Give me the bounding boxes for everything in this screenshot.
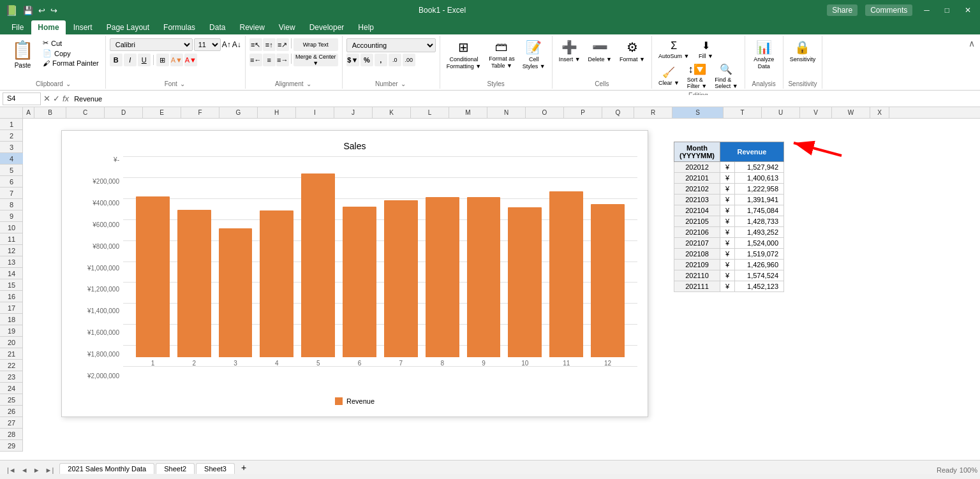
table-cell-month[interactable]: 202110 [674, 270, 720, 281]
sensitivity-button[interactable]: 🔒 Sensitivity [787, 38, 819, 64]
table-cell-value[interactable]: 1,527,942 [735, 162, 784, 173]
row-num-23[interactable]: 23 [0, 371, 23, 383]
col-header-l[interactable]: L [411, 107, 449, 118]
row-num-3[interactable]: 3 [0, 142, 23, 153]
insert-cells-button[interactable]: ➕ Insert ▼ [556, 38, 583, 64]
col-header-b[interactable]: B [34, 107, 66, 118]
quick-access-undo[interactable]: ↩ [38, 6, 45, 15]
bar-rect[interactable] [467, 197, 501, 357]
italic-button[interactable]: I [124, 54, 137, 66]
sort-filter-button[interactable]: ↕🔽 Sort &Filter ▼ [685, 62, 709, 91]
table-cell-month[interactable]: 202108 [674, 249, 720, 260]
row-num-6[interactable]: 6 [0, 176, 23, 188]
border-button[interactable]: ⊞ [156, 54, 169, 66]
table-cell-month[interactable]: 202103 [674, 195, 720, 205]
chart-container[interactable]: Sales ¥2,000,000 ¥1,800,000 ¥1,600,000 ¥… [61, 130, 648, 417]
bar-rect[interactable] [508, 207, 542, 357]
cancel-formula-icon[interactable]: ✕ [43, 94, 50, 103]
row-num-26[interactable]: 26 [0, 406, 23, 417]
bar-rect[interactable] [549, 191, 583, 357]
row-num-22[interactable]: 22 [0, 360, 23, 371]
col-header-v[interactable]: V [800, 107, 832, 118]
table-cell-month[interactable]: 202107 [674, 238, 720, 249]
font-name-select[interactable]: Calibri [110, 38, 193, 51]
align-center-button[interactable]: ≡ [263, 54, 276, 66]
table-cell-value[interactable]: 1,428,733 [735, 216, 784, 227]
percent-button[interactable]: % [360, 54, 373, 66]
table-cell-month[interactable]: 202105 [674, 216, 720, 227]
sheet-nav-next[interactable]: ► [31, 466, 42, 474]
row-num-8[interactable]: 8 [0, 199, 23, 210]
add-sheet-button[interactable]: + [236, 461, 251, 474]
maximize-button[interactable]: □ [941, 6, 953, 15]
sheet-tab-3[interactable]: Sheet3 [196, 463, 235, 474]
sheet-tab-2[interactable]: Sheet2 [156, 463, 195, 474]
row-num-9[interactable]: 9 [0, 210, 23, 222]
format-as-table-button[interactable]: 🗃 Format asTable ▼ [486, 38, 517, 71]
fill-button[interactable]: ⬇ Fill ▼ [694, 38, 717, 61]
clear-button[interactable]: 🧹 Clear ▼ [656, 62, 682, 91]
row-num-28[interactable]: 28 [0, 429, 23, 440]
table-cell-value[interactable]: 1,574,524 [735, 270, 784, 281]
increase-decimal-button[interactable]: .00 [403, 54, 415, 66]
col-header-x[interactable]: X [870, 107, 889, 118]
bar-rect[interactable] [177, 210, 211, 357]
row-num-20[interactable]: 20 [0, 337, 23, 348]
row-num-24[interactable]: 24 [0, 383, 23, 394]
tab-insert[interactable]: Insert [67, 20, 99, 34]
tab-view[interactable]: View [272, 20, 302, 34]
row-num-27[interactable]: 27 [0, 417, 23, 429]
tab-formulas[interactable]: Formulas [157, 20, 202, 34]
alignment-expand[interactable]: ⌄ [305, 80, 313, 87]
row-num-4[interactable]: 4 [0, 153, 23, 165]
row-num-16[interactable]: 16 [0, 291, 23, 302]
table-cell-month[interactable]: 202111 [674, 281, 720, 292]
table-cell-month[interactable]: 202109 [674, 260, 720, 270]
row-num-12[interactable]: 12 [0, 245, 23, 256]
ribbon-collapse-button[interactable]: ∧ [966, 36, 977, 51]
align-top-left-button[interactable]: ≡↖ [249, 38, 262, 51]
bar-rect[interactable] [343, 207, 376, 357]
clipboard-expand[interactable]: ⌄ [64, 80, 72, 87]
table-cell-value[interactable]: 1,524,000 [735, 238, 784, 249]
wrap-text-button[interactable]: Wrap Text [293, 38, 338, 51]
cell-reference-box[interactable]: S4 [3, 92, 41, 105]
table-cell-month[interactable]: 202101 [674, 173, 720, 184]
bold-button[interactable]: B [110, 54, 122, 66]
align-top-center-button[interactable]: ≡↑ [263, 38, 276, 51]
col-header-h[interactable]: H [258, 107, 296, 118]
sheet-nav-prev[interactable]: ◄ [19, 466, 30, 474]
share-button[interactable]: Share [827, 4, 858, 16]
bar-rect[interactable] [301, 173, 335, 357]
font-color-button[interactable]: A▼ [184, 54, 197, 66]
find-select-button[interactable]: 🔍 Find &Select ▼ [712, 62, 740, 91]
bar-rect[interactable] [426, 197, 459, 357]
row-num-15[interactable]: 15 [0, 279, 23, 291]
formula-input[interactable] [71, 95, 977, 103]
row-num-11[interactable]: 11 [0, 233, 23, 245]
conditional-formatting-button[interactable]: ⊞ ConditionalFormatting ▼ [444, 38, 484, 71]
tab-page-layout[interactable]: Page Layout [100, 20, 156, 34]
align-left-button[interactable]: ≡← [249, 54, 262, 66]
sheet-nav-first[interactable]: |◄ [5, 466, 18, 474]
delete-cells-button[interactable]: ➖ Delete ▼ [586, 38, 614, 64]
bar-rect[interactable] [260, 210, 293, 357]
row-num-19[interactable]: 19 [0, 325, 23, 337]
col-header-g[interactable]: G [219, 107, 258, 118]
col-header-s[interactable]: S [672, 107, 724, 118]
table-cell-month[interactable]: 202104 [674, 205, 720, 216]
format-cells-button[interactable]: ⚙ Format ▼ [617, 38, 648, 64]
dollar-button[interactable]: $▼ [346, 54, 359, 66]
cell-styles-button[interactable]: 📝 CellStyles ▼ [520, 38, 548, 71]
quick-access-redo[interactable]: ↪ [50, 6, 57, 15]
col-header-n[interactable]: N [487, 107, 526, 118]
row-num-14[interactable]: 14 [0, 268, 23, 279]
bar-rect[interactable] [219, 228, 253, 357]
tab-developer[interactable]: Developer [303, 20, 351, 34]
table-cell-value[interactable]: 1,745,084 [735, 205, 784, 216]
quick-access-save[interactable]: 💾 [23, 6, 33, 15]
insert-function-icon[interactable]: fx [63, 94, 69, 103]
analyze-data-button[interactable]: 📊 AnalyzeData [751, 38, 776, 71]
col-header-w[interactable]: W [832, 107, 870, 118]
font-size-select[interactable]: 11 [194, 38, 221, 51]
